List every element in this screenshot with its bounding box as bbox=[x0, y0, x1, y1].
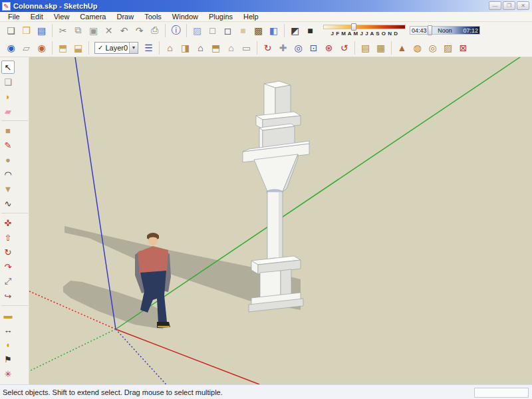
maximize-button[interactable]: ❐ bbox=[503, 1, 515, 10]
circle-tool-icon[interactable]: ● bbox=[1, 153, 15, 166]
shadow-date-thumb[interactable] bbox=[351, 23, 356, 31]
layer-manager-icon[interactable]: ☰ bbox=[141, 41, 156, 55]
xray-mode-icon[interactable]: ▨ bbox=[190, 23, 205, 38]
layer-dropdown[interactable]: ✓ Layer0 ▼ bbox=[94, 42, 138, 54]
toolbar1-icons: ❏❒▤✂⧉▣✕↶↷⎙ⓘ▨□◻■▩◧◩■ bbox=[3, 23, 318, 38]
layer-dropdown-value: Layer0 bbox=[105, 44, 129, 52]
minimize-button[interactable]: — bbox=[489, 1, 501, 10]
separator bbox=[284, 24, 285, 37]
viewport[interactable] bbox=[29, 57, 532, 384]
toolbar-standard: ❏❒▤✂⧉▣✕↶↷⎙ⓘ▨□◻■▩◧◩■ J F M A M J J A S O … bbox=[0, 22, 532, 39]
add-detail-icon[interactable]: ▨ bbox=[440, 41, 456, 55]
menu-help[interactable]: Help bbox=[238, 13, 264, 21]
make-component-icon[interactable]: ❑ bbox=[1, 75, 15, 88]
sandbox-from-scratch-icon[interactable]: ▦ bbox=[373, 41, 388, 55]
toggle-terrain-icon[interactable]: ▱ bbox=[19, 41, 34, 55]
menu-window[interactable]: Window bbox=[167, 13, 203, 21]
wireframe-mode-icon[interactable]: □ bbox=[205, 23, 220, 38]
get-current-view-icon[interactable]: ◉ bbox=[3, 41, 19, 55]
chevron-down-icon[interactable]: ▼ bbox=[129, 43, 138, 53]
offset-tool-icon[interactable]: ↪ bbox=[1, 289, 15, 303]
toolbar-secondary: ◉▱◉⬒⬓ ✓ Layer0 ▼ ☰⌂◨⌂⬒⌂▭↻✚◎⊡⊛↺▤▦▲◍◎▨⊠ bbox=[0, 39, 532, 57]
share-model-icon[interactable]: ⬓ bbox=[70, 41, 86, 55]
title-bar[interactable]: ✎ Colonna.skp - SketchUp —❐✕ bbox=[0, 0, 532, 12]
scale-tool-icon[interactable]: ⤢ bbox=[1, 275, 15, 288]
drape-icon[interactable]: ◎ bbox=[425, 41, 440, 55]
model-info-icon[interactable]: ⓘ bbox=[168, 23, 184, 38]
rectangle-tool-icon[interactable]: ■ bbox=[1, 124, 15, 137]
menu-camera[interactable]: Camera bbox=[74, 13, 111, 21]
shadow-time-thumb[interactable] bbox=[428, 25, 432, 35]
freehand-tool-icon[interactable]: ∿ bbox=[1, 197, 15, 210]
paint-bucket-icon[interactable]: ◗ bbox=[1, 90, 15, 103]
get-models-icon[interactable]: ⬒ bbox=[55, 41, 70, 55]
stamp-icon[interactable]: ◍ bbox=[410, 41, 425, 55]
cut-icon[interactable]: ✂ bbox=[55, 23, 70, 38]
textured-mode-icon[interactable]: ▩ bbox=[251, 23, 266, 38]
select-tool-icon[interactable]: ↖ bbox=[1, 61, 15, 74]
zoom-window-icon[interactable]: ⊡ bbox=[306, 41, 321, 55]
shadow-time-slider[interactable]: 04:43 Noon 07:12 bbox=[410, 26, 480, 35]
flip-edge-icon[interactable]: ⊠ bbox=[456, 41, 471, 55]
redo-icon[interactable]: ↷ bbox=[132, 23, 147, 38]
measurements-box[interactable] bbox=[474, 388, 529, 398]
view-top-icon[interactable]: ⬒ bbox=[208, 41, 223, 55]
save-icon[interactable]: ▤ bbox=[34, 23, 49, 38]
arc-tool-icon[interactable]: ◠ bbox=[1, 168, 15, 181]
shadows-toggle-icon[interactable]: ■ bbox=[303, 23, 318, 38]
smoove-icon[interactable]: ▲ bbox=[394, 41, 410, 55]
shadow-date-slider[interactable]: J F M A M J J A S O N D bbox=[323, 23, 406, 38]
zoom-previous-icon[interactable]: ↺ bbox=[336, 41, 352, 55]
menu-file[interactable]: File bbox=[3, 13, 25, 21]
text-tool-icon[interactable]: ⚑ bbox=[1, 352, 15, 366]
print-icon[interactable]: ⎙ bbox=[147, 23, 162, 38]
protractor-tool-icon[interactable]: ◖ bbox=[1, 338, 15, 351]
layer-visible-check-icon: ✓ bbox=[98, 44, 103, 51]
dimension-tool-icon[interactable]: ↔ bbox=[1, 323, 15, 336]
view-iso-icon[interactable]: ⌂ bbox=[162, 41, 178, 55]
view-front-icon[interactable]: ⌂ bbox=[193, 41, 208, 55]
separator bbox=[165, 24, 166, 37]
menu-tools[interactable]: Tools bbox=[139, 13, 167, 21]
shadow-time-noon-label: Noon bbox=[438, 27, 452, 34]
hidden-line-mode-icon[interactable]: ◻ bbox=[220, 23, 235, 38]
erase-icon[interactable]: ✕ bbox=[101, 23, 116, 38]
toolbar2-left-icons: ◉▱◉⬒⬓ bbox=[3, 41, 92, 55]
eraser-icon[interactable]: ▰ bbox=[1, 104, 15, 118]
sandbox-from-contours-icon[interactable]: ▤ bbox=[358, 41, 373, 55]
close-button[interactable]: ✕ bbox=[517, 1, 529, 10]
rotate-tool-icon[interactable]: ↻ bbox=[1, 245, 15, 259]
view-back-icon[interactable]: ⌂ bbox=[223, 41, 239, 55]
zoom-icon[interactable]: ◎ bbox=[291, 41, 306, 55]
window-title: Colonna.skp - SketchUp bbox=[13, 2, 98, 10]
follow-me-tool-icon[interactable]: ↷ bbox=[1, 260, 15, 273]
open-icon[interactable]: ❒ bbox=[19, 23, 34, 38]
view-left-icon[interactable]: ◨ bbox=[178, 41, 193, 55]
place-model-icon[interactable]: ◉ bbox=[34, 41, 49, 55]
separator bbox=[391, 41, 392, 55]
copy-icon[interactable]: ⧉ bbox=[70, 23, 86, 38]
monochrome-mode-icon[interactable]: ◧ bbox=[266, 23, 281, 38]
polygon-tool-icon[interactable]: ▼ bbox=[1, 182, 15, 196]
view-right-icon[interactable]: ▭ bbox=[239, 41, 254, 55]
shaded-mode-icon[interactable]: ■ bbox=[235, 23, 251, 38]
menu-edit[interactable]: Edit bbox=[25, 13, 49, 21]
separator bbox=[1, 120, 28, 121]
tape-measure-icon[interactable]: ▬ bbox=[1, 309, 15, 322]
new-icon[interactable]: ❏ bbox=[3, 23, 19, 38]
zoom-extents-icon[interactable]: ⊛ bbox=[321, 41, 336, 55]
menu-view[interactable]: View bbox=[49, 13, 75, 21]
separator bbox=[257, 41, 257, 55]
paste-icon[interactable]: ▣ bbox=[86, 23, 101, 38]
shadow-settings-icon[interactable]: ◩ bbox=[287, 23, 303, 38]
undo-icon[interactable]: ↶ bbox=[116, 23, 132, 38]
axes-tool-icon[interactable]: ✳ bbox=[1, 367, 15, 380]
menu-draw[interactable]: Draw bbox=[111, 13, 139, 21]
push-pull-tool-icon[interactable]: ⇧ bbox=[1, 231, 15, 244]
viewport-canvas[interactable] bbox=[29, 57, 532, 384]
menu-plugins[interactable]: Plugins bbox=[203, 13, 238, 21]
orbit-icon[interactable]: ↻ bbox=[260, 41, 275, 55]
pan-icon[interactable]: ✚ bbox=[275, 41, 291, 55]
line-tool-icon[interactable]: ✎ bbox=[1, 138, 15, 152]
move-tool-icon[interactable]: ✜ bbox=[1, 216, 15, 229]
